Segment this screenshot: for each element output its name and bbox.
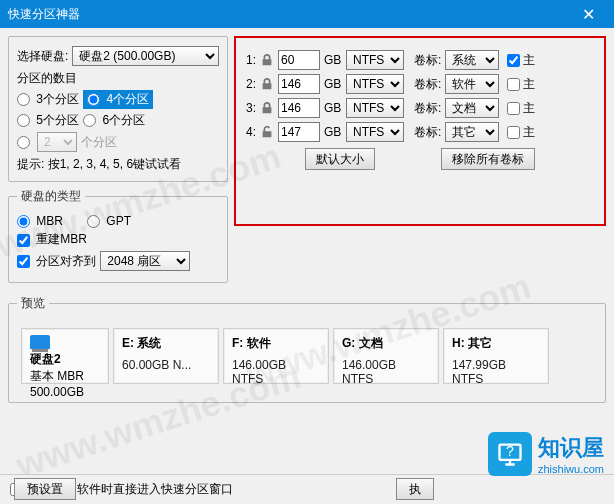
clear-labels-button[interactable]: 移除所有卷标 (441, 148, 535, 170)
preview-group: 预览 硬盘2基本 MBR500.00GBE: 系统60.00GB N...F: … (8, 295, 606, 403)
brand-icon: ? (488, 432, 532, 476)
primary-checkbox[interactable]: 主 (507, 124, 535, 141)
lock-icon[interactable] (260, 77, 274, 91)
unit-label: GB (324, 77, 342, 91)
radio-5[interactable]: 5个分区 (17, 112, 79, 129)
preview-partition-card: F: 软件146.00GB NTFS (223, 328, 329, 384)
select-disk-label: 选择硬盘: (17, 48, 68, 65)
lock-icon[interactable] (260, 101, 274, 115)
brand-logo: ? 知识屋 zhishiwu.com (488, 432, 604, 476)
close-icon[interactable]: ✕ (570, 5, 606, 24)
radio-6[interactable]: 6个分区 (83, 112, 145, 129)
size-input[interactable] (278, 74, 320, 94)
preset-button[interactable]: 预设置 (14, 478, 76, 500)
brand-sub: zhishiwu.com (538, 463, 604, 475)
titlebar: 快速分区神器 ✕ (0, 0, 614, 28)
partition-row: 3:GBNTFS卷标:文档主 (242, 98, 598, 118)
partition-row: 2:GBNTFS卷标:软件主 (242, 74, 598, 94)
disk-select-group: 选择硬盘: 硬盘2 (500.00GB) 分区的数目 3个分区 4个分区 5个分… (8, 36, 228, 182)
primary-checkbox[interactable]: 主 (507, 52, 535, 69)
disk-type-title: 硬盘的类型 (17, 188, 85, 205)
primary-checkbox[interactable]: 主 (507, 76, 535, 93)
bottom-bar: 下次启动软件时直接进入快速分区窗口 (0, 474, 614, 504)
primary-checkbox[interactable]: 主 (507, 100, 535, 117)
size-input[interactable] (278, 122, 320, 142)
partition-index: 4: (242, 125, 256, 139)
disk-type-group: 硬盘的类型 MBR GPT 重建MBR 分区对齐到 2048 扇区 (8, 188, 228, 283)
volume-label-text: 卷标: (414, 52, 441, 69)
default-size-button[interactable]: 默认大小 (305, 148, 375, 170)
checkbox-rebuild-mbr[interactable]: 重建MBR (17, 231, 87, 248)
unit-label: GB (324, 53, 342, 67)
lock-icon[interactable] (260, 53, 274, 67)
radio-3[interactable]: 3个分区 (17, 91, 79, 108)
preview-disk-card: 硬盘2基本 MBR500.00GB (21, 328, 109, 384)
volume-select[interactable]: 文档 (445, 98, 499, 118)
fs-select[interactable]: NTFS (346, 122, 404, 142)
radio-gpt[interactable]: GPT (87, 214, 131, 228)
partition-index: 3: (242, 101, 256, 115)
volume-label-text: 卷标: (414, 76, 441, 93)
custom-count-select: 2 (37, 132, 77, 152)
custom-count-label: 个分区 (81, 134, 117, 151)
size-input[interactable] (278, 50, 320, 70)
volume-label-text: 卷标: (414, 124, 441, 141)
volume-select[interactable]: 其它 (445, 122, 499, 142)
volume-select[interactable]: 系统 (445, 50, 499, 70)
partition-config-panel: 1:GBNTFS卷标:系统主2:GBNTFS卷标:软件主3:GBNTFS卷标:文… (234, 36, 606, 226)
radio-4[interactable]: 4个分区 (83, 90, 153, 109)
radio-custom[interactable] (17, 135, 33, 149)
disk-select[interactable]: 硬盘2 (500.00GB) (72, 46, 219, 66)
partition-count-title: 分区的数目 (17, 70, 219, 87)
partition-index: 1: (242, 53, 256, 67)
fs-select[interactable]: NTFS (346, 74, 404, 94)
size-input[interactable] (278, 98, 320, 118)
preview-partition-card: H: 其它147.99GB NTFS (443, 328, 549, 384)
volume-select[interactable]: 软件 (445, 74, 499, 94)
brand-name: 知识屋 (538, 433, 604, 463)
preview-title: 预览 (17, 295, 49, 312)
align-select[interactable]: 2048 扇区 (100, 251, 190, 271)
fs-select[interactable]: NTFS (346, 50, 404, 70)
fs-select[interactable]: NTFS (346, 98, 404, 118)
partition-index: 2: (242, 77, 256, 91)
hint-text: 提示: 按1, 2, 3, 4, 5, 6键试试看 (17, 156, 219, 173)
partition-row: 1:GBNTFS卷标:系统主 (242, 50, 598, 70)
radio-mbr[interactable]: MBR (17, 214, 63, 228)
window-title: 快速分区神器 (8, 6, 570, 23)
preview-partition-card: E: 系统60.00GB N... (113, 328, 219, 384)
execute-button[interactable]: 执 (396, 478, 434, 500)
unit-label: GB (324, 101, 342, 115)
unit-label: GB (324, 125, 342, 139)
disk-icon (30, 335, 50, 349)
preview-partition-card: G: 文档146.00GB NTFS (333, 328, 439, 384)
checkbox-align[interactable]: 分区对齐到 (17, 253, 96, 270)
unlock-icon[interactable] (260, 125, 274, 139)
svg-text:?: ? (506, 443, 514, 459)
partition-row: 4:GBNTFS卷标:其它主 (242, 122, 598, 142)
volume-label-text: 卷标: (414, 100, 441, 117)
